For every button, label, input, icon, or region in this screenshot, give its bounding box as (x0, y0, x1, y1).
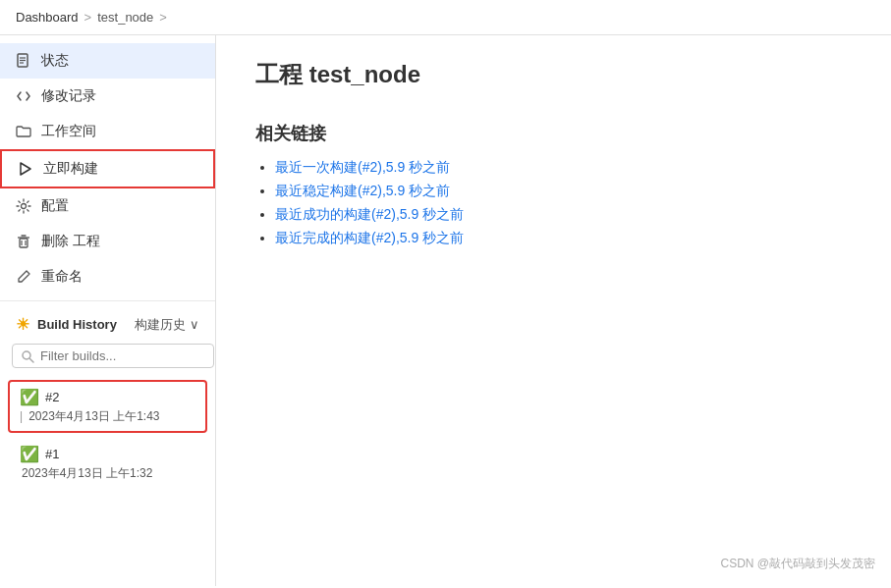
build-item-2-date: 2023年4月13日 上午1:43 (27, 408, 159, 425)
build-item-2-date-row: | 2023年4月13日 上午1:43 (20, 406, 195, 425)
sidebar-item-status-label: 状态 (41, 52, 69, 70)
build-item-1-id: #1 (45, 447, 59, 461)
build-date-bar-2: | (20, 409, 23, 423)
sidebar-item-rename[interactable]: 重命名 (0, 259, 215, 294)
sidebar-divider (0, 300, 215, 301)
link-4[interactable]: 最近完成的构建(#2),5.9 秒之前 (275, 230, 464, 245)
link-1[interactable]: 最近一次构建(#2),5.9 秒之前 (275, 159, 450, 175)
related-links-list: 最近一次构建(#2),5.9 秒之前 最近稳定构建(#2),5.9 秒之前 最近… (255, 159, 852, 247)
filter-row: / (0, 340, 215, 376)
sidebar-item-changes-label: 修改记录 (41, 87, 96, 105)
build-item-1-date: 2023年4月13日 上午1:32 (20, 465, 152, 482)
filter-builds-input[interactable] (40, 348, 205, 363)
trash-icon (16, 234, 31, 249)
sidebar-item-config-label: 配置 (41, 197, 69, 215)
build-history-subtitle: 构建历史 (135, 316, 186, 334)
sidebar: 状态 修改记录 工作空间 (0, 35, 216, 586)
sidebar-item-rename-label: 重命名 (41, 268, 83, 286)
build-item-2-id: #2 (45, 390, 59, 404)
pencil-icon (16, 269, 31, 285)
svg-marker-4 (21, 163, 30, 175)
sidebar-item-build-now-label: 立即构建 (43, 160, 98, 178)
list-item-4: 最近完成的构建(#2),5.9 秒之前 (275, 230, 852, 247)
build-history-left: ☀ Build History (16, 315, 117, 334)
code-icon (16, 88, 31, 104)
sidebar-item-changes[interactable]: 修改记录 (0, 79, 215, 114)
build-item-2-title: ✅ #2 (20, 388, 195, 406)
svg-point-5 (22, 204, 27, 209)
list-item-3: 最近成功的构建(#2),5.9 秒之前 (275, 206, 852, 224)
link-3[interactable]: 最近成功的构建(#2),5.9 秒之前 (275, 206, 464, 222)
chevron-down-icon: ∨ (190, 317, 199, 332)
link-2[interactable]: 最近稳定构建(#2),5.9 秒之前 (275, 183, 450, 198)
build-history-header: ☀ Build History 构建历史 ∨ (0, 307, 215, 340)
success-icon-2: ✅ (20, 388, 39, 406)
search-icon (21, 349, 34, 363)
build-item-1-date-row: 2023年4月13日 上午1:32 (20, 463, 195, 482)
sidebar-item-delete[interactable]: 删除 工程 (0, 224, 215, 259)
breadcrumb-sep-1: > (84, 10, 92, 25)
svg-point-11 (23, 351, 30, 359)
doc-icon (16, 53, 31, 69)
sidebar-item-build-now[interactable]: 立即构建 (0, 149, 215, 188)
sidebar-item-delete-label: 删除 工程 (41, 233, 100, 250)
build-item-1-title: ✅ #1 (20, 445, 195, 463)
build-item-1[interactable]: ✅ #1 2023年4月13日 上午1:32 (8, 437, 207, 490)
folder-icon (16, 124, 31, 139)
build-history-right[interactable]: 构建历史 ∨ (135, 316, 199, 334)
breadcrumb-sep-2: > (159, 10, 167, 25)
gear-icon (16, 198, 31, 214)
play-icon (18, 161, 33, 177)
breadcrumb: Dashboard > test_node > (0, 0, 891, 35)
page-title: 工程 test_node (255, 59, 852, 90)
main-layout: 状态 修改记录 工作空间 (0, 35, 891, 586)
svg-line-12 (30, 358, 34, 362)
breadcrumb-dashboard[interactable]: Dashboard (16, 10, 79, 25)
list-item-2: 最近稳定构建(#2),5.9 秒之前 (275, 183, 852, 200)
sidebar-item-workspace[interactable]: 工作空间 (0, 114, 215, 149)
filter-input-wrap[interactable] (12, 344, 214, 368)
svg-rect-6 (20, 239, 28, 247)
watermark: CSDN @敲代码敲到头发茂密 (720, 556, 875, 572)
sidebar-item-status[interactable]: 状态 (0, 43, 215, 79)
build-item-2[interactable]: ✅ #2 | 2023年4月13日 上午1:43 (8, 380, 207, 433)
related-links-title: 相关链接 (255, 122, 852, 145)
sidebar-item-config[interactable]: 配置 (0, 188, 215, 224)
list-item-1: 最近一次构建(#2),5.9 秒之前 (275, 159, 852, 177)
sidebar-item-workspace-label: 工作空间 (41, 123, 96, 140)
success-icon-1: ✅ (20, 445, 39, 463)
main-content: 工程 test_node 相关链接 最近一次构建(#2),5.9 秒之前 最近稳… (216, 35, 891, 586)
build-history-title: Build History (37, 317, 117, 332)
breadcrumb-test-node: test_node (97, 10, 153, 25)
sun-icon: ☀ (16, 315, 29, 334)
